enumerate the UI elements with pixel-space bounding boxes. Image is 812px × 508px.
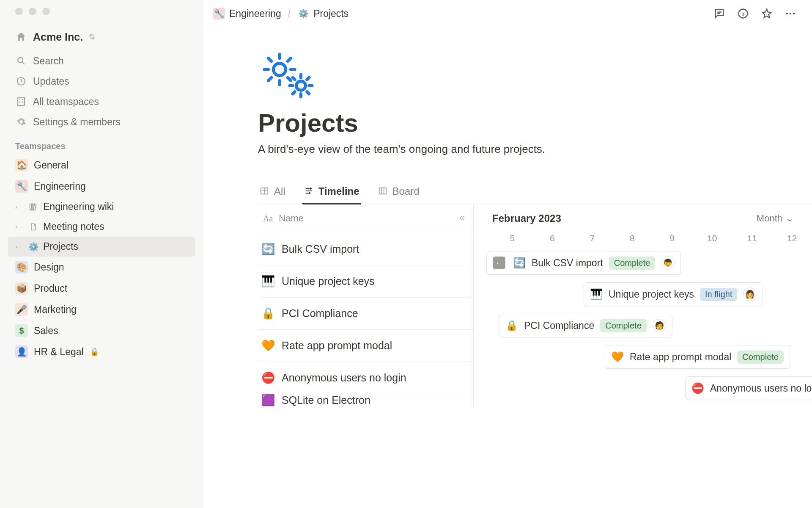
bar-title: Unique project keys xyxy=(609,289,694,300)
row-name: SQLite on Electron xyxy=(282,394,370,406)
timeline-bar[interactable]: ←🔄Bulk CSV importComplete👦 xyxy=(486,251,681,275)
traffic-light-zoom[interactable] xyxy=(42,8,50,15)
wrench-icon: 🔧 xyxy=(213,8,225,19)
tab-label: All xyxy=(274,185,285,197)
sidebar-item-marketing[interactable]: 🎤 Marketing xyxy=(0,299,203,320)
sidebar-item-hr-legal[interactable]: 👤 HR & Legal 🔒 xyxy=(0,341,203,362)
sidebar-item-label: General xyxy=(34,160,69,171)
svg-point-0 xyxy=(18,58,23,63)
row-name: PCI Compliance xyxy=(282,307,358,320)
timeline-day-scale: 56789101112 xyxy=(474,233,812,243)
more-icon[interactable] xyxy=(784,7,797,20)
svg-point-10 xyxy=(296,81,306,91)
sidebar-subitem-projects[interactable]: › ⚙️ Projects xyxy=(8,237,195,257)
timeline-month-label: February 2023 xyxy=(492,213,561,224)
sidebar-item-product[interactable]: 📦 Product xyxy=(0,278,203,299)
timeline-panel: February 2023 Month ⌄ 56789101112 ←🔄Bulk… xyxy=(474,204,812,406)
gears-icon: ⚙️ xyxy=(28,242,39,252)
row-icon: 🧡 xyxy=(261,339,275,352)
timeline-bar[interactable]: 🎹Unique project keysIn flight👩 xyxy=(584,282,763,306)
star-icon[interactable] xyxy=(760,7,773,20)
table-row[interactable]: 🔒PCI Compliance xyxy=(258,297,473,329)
timeline-bar[interactable]: ⛔Anonymous users no login xyxy=(685,376,812,400)
row-name: Anonymous users no login xyxy=(282,372,406,384)
sidebar-item-label: Projects xyxy=(43,241,78,252)
comments-icon[interactable] xyxy=(713,7,726,20)
tab-board[interactable]: Board xyxy=(376,185,421,204)
status-badge: In flight xyxy=(700,288,737,301)
nav-search[interactable]: Search xyxy=(0,51,203,71)
gear-icon xyxy=(15,116,27,128)
nav-updates[interactable]: Updates xyxy=(0,71,203,91)
traffic-light-minimize[interactable] xyxy=(29,8,36,15)
nav-all-teamspaces-label: All teamspaces xyxy=(33,96,99,108)
collapse-column-icon[interactable]: « xyxy=(459,212,465,224)
sidebar-item-label: Meeting notes xyxy=(43,221,104,232)
sidebar-item-general[interactable]: 🏠 General xyxy=(0,155,203,176)
workspace-switcher[interactable]: Acme Inc. ⇅ xyxy=(0,27,203,51)
table-icon xyxy=(260,186,270,196)
sidebar-item-label: Marketing xyxy=(34,304,77,315)
topbar: 🔧 Engineering / ⚙️ Projects xyxy=(203,0,812,27)
traffic-light-close[interactable] xyxy=(15,8,23,15)
table-row[interactable]: 🎹Unique project keys xyxy=(258,265,473,297)
nav-settings[interactable]: Settings & members xyxy=(0,112,203,132)
sidebar-item-label: HR & Legal xyxy=(34,346,84,358)
tab-all[interactable]: All xyxy=(258,185,287,204)
sidebar-subitem-meeting-notes[interactable]: › Meeting notes xyxy=(0,217,203,237)
sidebar-item-label: Design xyxy=(34,262,64,273)
table-row[interactable]: 🟪SQLite on Electron xyxy=(258,394,473,406)
row-name: Rate app prompt modal xyxy=(282,340,392,352)
page-icon-gears[interactable] xyxy=(258,49,812,100)
breadcrumb-current[interactable]: Projects xyxy=(313,8,348,19)
table-row[interactable]: ⛔Anonymous users no login xyxy=(258,362,473,394)
breadcrumb-parent[interactable]: Engineering xyxy=(229,8,281,19)
timeline-bar[interactable]: 🔒PCI ComplianceComplete🧑 xyxy=(499,314,672,337)
topbar-actions xyxy=(713,7,797,20)
breadcrumb-separator: / xyxy=(285,8,293,19)
table-row[interactable]: 🧡Rate app prompt modal xyxy=(258,329,473,362)
sidebar-subitem-engineering-wiki[interactable]: › Engineering wiki xyxy=(0,197,203,217)
nav-updates-label: Updates xyxy=(33,76,69,87)
table-row[interactable]: 🔄Bulk CSV import xyxy=(258,233,473,265)
books-icon xyxy=(28,202,39,212)
house-icon: 🏠 xyxy=(15,159,28,171)
sidebar: Acme Inc. ⇅ Search Updates All teamspace… xyxy=(0,0,203,508)
window-controls xyxy=(0,8,203,27)
svg-point-9 xyxy=(274,64,286,76)
avatar: 👦 xyxy=(661,256,675,270)
timeline-day: 8 xyxy=(612,233,653,243)
nav-search-label: Search xyxy=(33,55,64,67)
sidebar-item-engineering[interactable]: 🔧 Engineering xyxy=(0,176,203,197)
main-content: 🔧 Engineering / ⚙️ Projects xyxy=(203,0,812,508)
row-icon: 🎹 xyxy=(261,275,275,288)
title-property-icon: Aa xyxy=(263,214,273,224)
svg-point-8 xyxy=(793,13,795,15)
chevron-right-icon: › xyxy=(15,203,24,211)
name-column-header[interactable]: Aa Name xyxy=(258,204,473,233)
tab-timeline[interactable]: Timeline xyxy=(302,185,361,204)
avatar: 🧑 xyxy=(653,319,666,332)
sidebar-item-sales[interactable]: $ Sales xyxy=(0,320,203,341)
palette-icon: 🎨 xyxy=(15,261,28,273)
sidebar-item-design[interactable]: 🎨 Design xyxy=(0,257,203,278)
timeline-day: 11 xyxy=(732,233,772,243)
svg-rect-2 xyxy=(18,98,25,105)
bar-icon: 🔄 xyxy=(513,257,526,269)
nav-all-teamspaces[interactable]: All teamspaces xyxy=(0,91,203,112)
sidebar-item-label: Product xyxy=(34,283,67,294)
timeline-range-selector[interactable]: Month ⌄ xyxy=(757,213,793,224)
workspace-name: Acme Inc. xyxy=(33,31,83,43)
timeline-day: 12 xyxy=(772,233,812,243)
row-icon: 🔄 xyxy=(261,243,275,256)
package-icon: 📦 xyxy=(15,282,28,295)
info-icon[interactable] xyxy=(737,7,749,20)
board-icon xyxy=(378,186,388,196)
bar-title: Anonymous users no login xyxy=(710,383,812,394)
timeline-bar[interactable]: 🧡Rate app prompt modalComplete xyxy=(605,345,790,369)
gears-icon: ⚙️ xyxy=(297,8,309,19)
bar-icon: 🧡 xyxy=(611,351,624,363)
building-icon xyxy=(15,96,27,108)
document-icon xyxy=(28,223,39,231)
svg-point-7 xyxy=(790,13,792,15)
